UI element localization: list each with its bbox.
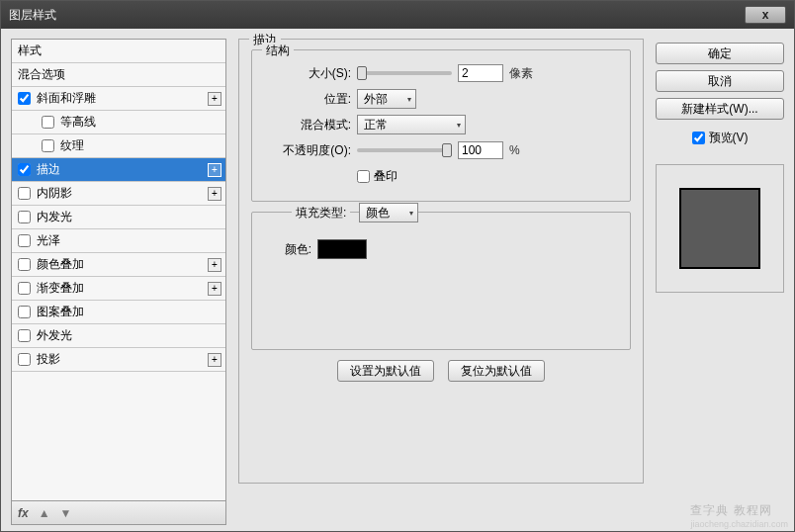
opacity-label: 不透明度(O): bbox=[264, 142, 351, 159]
sidebar-item-satin[interactable]: 光泽 bbox=[12, 229, 225, 253]
close-button[interactable]: x bbox=[745, 6, 786, 24]
checkbox-innershadow[interactable] bbox=[18, 187, 31, 200]
expand-icon[interactable]: + bbox=[208, 92, 221, 106]
chevron-down-icon: ▾ bbox=[407, 95, 411, 104]
cancel-button[interactable]: 取消 bbox=[656, 70, 784, 92]
sidebar-item-patternoverlay[interactable]: 图案叠加 bbox=[12, 301, 225, 324]
sidebar-item-contour[interactable]: 等高线 bbox=[12, 111, 225, 134]
expand-icon[interactable]: + bbox=[208, 258, 221, 272]
blendmode-label: 混合模式: bbox=[264, 117, 351, 133]
styles-sidebar: 样式 混合选项 斜面和浮雕 + 等高线 纹理 描边 bbox=[11, 39, 226, 525]
ok-button[interactable]: 确定 bbox=[656, 43, 784, 64]
sidebar-item-stroke[interactable]: 描边 + bbox=[12, 158, 225, 182]
checkbox-satin[interactable] bbox=[18, 234, 31, 247]
color-label: 颜色: bbox=[264, 241, 311, 258]
expand-icon[interactable]: + bbox=[208, 282, 221, 296]
structure-legend: 结构 bbox=[262, 43, 294, 59]
fill-fieldset: 填充类型: 颜色 ▾ 颜色: bbox=[251, 212, 631, 350]
color-swatch[interactable] bbox=[317, 239, 367, 259]
size-slider[interactable] bbox=[357, 71, 452, 75]
opacity-unit: % bbox=[509, 143, 520, 157]
checkbox-stroke[interactable] bbox=[18, 163, 31, 176]
close-icon: x bbox=[762, 8, 769, 22]
size-label: 大小(S): bbox=[264, 65, 351, 82]
position-row: 位置: 外部 ▾ bbox=[264, 86, 618, 112]
blendmode-select[interactable]: 正常 ▾ bbox=[357, 115, 466, 134]
preview-box bbox=[656, 164, 784, 293]
sidebar-item-innerglow[interactable]: 内发光 bbox=[12, 206, 225, 229]
checkbox-coloroverlay[interactable] bbox=[18, 258, 31, 271]
filltype-label: 填充类型: bbox=[292, 205, 350, 222]
size-row: 大小(S): 像素 bbox=[264, 60, 618, 86]
checkbox-gradientoverlay[interactable] bbox=[18, 282, 31, 295]
settings-panel: 描边 结构 大小(S): 像素 位置: 外部 ▾ bbox=[238, 39, 644, 525]
checkbox-contour[interactable] bbox=[42, 116, 54, 129]
make-default-button[interactable]: 设置为默认值 bbox=[337, 360, 434, 382]
checkbox-texture[interactable] bbox=[42, 139, 54, 152]
action-column: 确定 取消 新建样式(W)... 预览(V) bbox=[656, 39, 784, 525]
dialog-body: 样式 混合选项 斜面和浮雕 + 等高线 纹理 描边 bbox=[1, 29, 794, 531]
position-select[interactable]: 外部 ▾ bbox=[357, 89, 416, 109]
opacity-slider[interactable] bbox=[357, 148, 452, 152]
slider-thumb[interactable] bbox=[357, 66, 367, 80]
sidebar-footer: fx ▲ ▼ bbox=[11, 501, 226, 525]
preview-checkbox[interactable]: 预览(V) bbox=[692, 130, 749, 146]
chevron-down-icon: ▾ bbox=[409, 209, 413, 218]
preview-swatch bbox=[679, 188, 760, 269]
expand-icon[interactable]: + bbox=[208, 163, 221, 177]
sidebar-item-outerglow[interactable]: 外发光 bbox=[12, 324, 225, 348]
chevron-down-icon: ▾ bbox=[457, 121, 461, 130]
style-list: 样式 混合选项 斜面和浮雕 + 等高线 纹理 描边 bbox=[11, 39, 226, 501]
arrow-down-icon[interactable]: ▼ bbox=[60, 506, 72, 520]
checkbox-innerglow[interactable] bbox=[18, 211, 31, 223]
opacity-input[interactable] bbox=[458, 141, 503, 159]
stroke-group: 描边 结构 大小(S): 像素 位置: 外部 ▾ bbox=[238, 39, 644, 484]
overprint-row: 叠印 bbox=[264, 163, 618, 189]
structure-fieldset: 结构 大小(S): 像素 位置: 外部 ▾ bbox=[251, 49, 631, 202]
titlebar: 图层样式 x bbox=[1, 1, 794, 29]
filltype-select[interactable]: 颜色 ▾ bbox=[359, 203, 418, 222]
checkbox-outerglow[interactable] bbox=[18, 329, 31, 342]
window-title: 图层样式 bbox=[9, 7, 56, 24]
sidebar-item-gradientoverlay[interactable]: 渐变叠加 + bbox=[12, 277, 225, 301]
sidebar-item-dropshadow[interactable]: 投影 + bbox=[12, 348, 225, 372]
size-unit: 像素 bbox=[509, 65, 533, 82]
expand-icon[interactable]: + bbox=[208, 353, 221, 367]
size-input[interactable] bbox=[458, 64, 503, 82]
checkbox-patternoverlay[interactable] bbox=[18, 306, 31, 318]
sidebar-item-texture[interactable]: 纹理 bbox=[12, 134, 225, 158]
slider-thumb[interactable] bbox=[442, 143, 452, 157]
default-buttons: 设置为默认值 复位为默认值 bbox=[251, 360, 631, 382]
sidebar-header-blend[interactable]: 混合选项 bbox=[12, 63, 225, 87]
sidebar-item-bevel[interactable]: 斜面和浮雕 + bbox=[12, 87, 225, 111]
expand-icon[interactable]: + bbox=[208, 187, 221, 201]
sidebar-item-innershadow[interactable]: 内阴影 + bbox=[12, 182, 225, 206]
blendmode-row: 混合模式: 正常 ▾ bbox=[264, 112, 618, 137]
sidebar-item-coloroverlay[interactable]: 颜色叠加 + bbox=[12, 253, 225, 277]
fx-icon[interactable]: fx bbox=[18, 506, 29, 520]
overprint-checkbox[interactable]: 叠印 bbox=[357, 168, 398, 185]
checkbox-bevel[interactable] bbox=[18, 92, 31, 105]
arrow-up-icon[interactable]: ▲ bbox=[39, 506, 50, 520]
color-row: 颜色: bbox=[264, 236, 618, 262]
new-style-button[interactable]: 新建样式(W)... bbox=[656, 98, 784, 120]
checkbox-dropshadow[interactable] bbox=[18, 353, 31, 366]
sidebar-header-styles[interactable]: 样式 bbox=[12, 40, 225, 63]
layer-style-dialog: 图层样式 x 样式 混合选项 斜面和浮雕 + 等高线 纹理 bbox=[0, 0, 795, 532]
opacity-row: 不透明度(O): % bbox=[264, 137, 618, 163]
position-label: 位置: bbox=[264, 91, 351, 108]
reset-default-button[interactable]: 复位为默认值 bbox=[448, 360, 545, 382]
